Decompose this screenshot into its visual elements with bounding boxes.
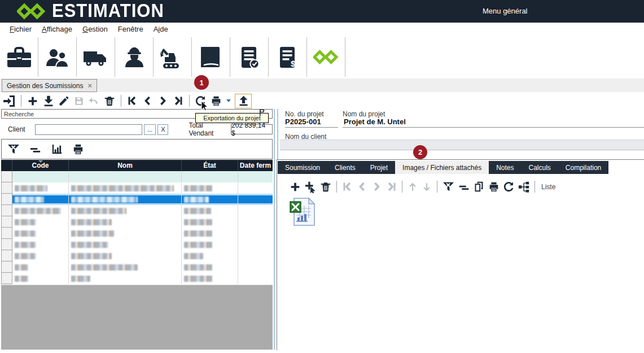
- cell-redacted: [238, 228, 273, 239]
- last-icon[interactable]: [385, 181, 397, 193]
- row-selector[interactable]: [1, 171, 12, 182]
- table-row[interactable]: [1, 262, 273, 273]
- delete-icon[interactable]: [103, 95, 116, 107]
- tab-label: Gestion des Soumissions: [7, 82, 83, 90]
- row-selector[interactable]: [1, 228, 12, 239]
- catalog-button[interactable]: [192, 37, 230, 77]
- menu-gestion[interactable]: Gestion: [77, 24, 113, 34]
- row-selector[interactable]: [1, 216, 12, 228]
- move-up-icon[interactable]: [407, 181, 418, 193]
- document-dollar-button[interactable]: $: [269, 37, 307, 77]
- menu-general-label[interactable]: Menu général: [483, 7, 528, 15]
- worker-button[interactable]: [115, 37, 154, 77]
- cell-redacted: [182, 228, 238, 239]
- toolbox-button[interactable]: [0, 37, 38, 77]
- save-icon[interactable]: [73, 95, 85, 107]
- cell-redacted: [12, 250, 69, 262]
- table-row[interactable]: [1, 182, 273, 194]
- print-icon[interactable]: [210, 95, 222, 107]
- previous-record-icon[interactable]: [142, 95, 154, 107]
- delete-icon[interactable]: [319, 181, 332, 193]
- table-row-selected[interactable]: [1, 194, 273, 205]
- row-selector[interactable]: [1, 250, 12, 262]
- import-icon[interactable]: [42, 95, 55, 107]
- menu-affichage[interactable]: Affichage: [37, 24, 77, 34]
- table-row[interactable]: [1, 205, 273, 216]
- table-row[interactable]: [1, 239, 273, 250]
- header-nom[interactable]: Nom: [69, 160, 182, 171]
- table-row[interactable]: [1, 250, 273, 262]
- detail-tab-clients[interactable]: Clients: [327, 161, 363, 174]
- menu-aide[interactable]: Aide: [148, 24, 173, 34]
- app-title: ESTIMATION: [52, 1, 164, 22]
- tab-gestion-des-soumissions[interactable]: Gestion des Soumissions ×: [2, 79, 97, 92]
- estimation-module-button[interactable]: [307, 37, 345, 77]
- row-selector[interactable]: [1, 273, 12, 284]
- add-icon[interactable]: [27, 95, 39, 107]
- excel-file-icon[interactable]: [290, 197, 316, 229]
- move-down-icon[interactable]: [421, 181, 432, 193]
- menu-fichier[interactable]: Fichier: [5, 24, 37, 34]
- previous-icon[interactable]: [356, 181, 368, 193]
- add-icon[interactable]: [289, 181, 301, 193]
- first-icon[interactable]: [341, 181, 353, 193]
- header-etat[interactable]: État: [182, 160, 238, 171]
- cell-redacted: [238, 250, 273, 262]
- next-record-icon[interactable]: [157, 95, 169, 107]
- client-input[interactable]: [35, 124, 142, 135]
- close-tab-icon[interactable]: ×: [87, 81, 92, 90]
- row-selector[interactable]: [1, 262, 12, 273]
- client-name-value[interactable]: [280, 140, 644, 150]
- client-filter-row: Client ... X Total Vendant 202 839,14 $: [0, 123, 273, 136]
- add-file-icon[interactable]: [304, 181, 317, 193]
- project-no-value[interactable]: P2025-001: [285, 117, 338, 128]
- pin-icon[interactable]: [258, 108, 265, 119]
- export-project-button[interactable]: [235, 94, 252, 108]
- client-clear-button[interactable]: X: [157, 124, 168, 135]
- print-icon[interactable]: [488, 181, 500, 193]
- next-icon[interactable]: [371, 181, 383, 193]
- detail-tab-notes[interactable]: Notes: [489, 161, 521, 174]
- table-row[interactable]: [1, 171, 273, 182]
- refresh-icon[interactable]: [503, 181, 515, 193]
- excavator-button[interactable]: [154, 37, 192, 77]
- print-list-icon[interactable]: [72, 143, 85, 156]
- detail-tab-compilation[interactable]: Compilation: [558, 161, 608, 174]
- sort-icon[interactable]: [29, 143, 42, 156]
- detail-tabbar: SoumissionClientsProjetImages / Fichiers…: [278, 161, 608, 174]
- header-date[interactable]: Date ferm: [238, 160, 273, 171]
- document-check-button[interactable]: [230, 37, 269, 77]
- copy-icon[interactable]: [473, 181, 485, 193]
- header-code[interactable]: Code: [12, 160, 69, 171]
- row-selector[interactable]: [1, 205, 12, 216]
- clients-button[interactable]: [38, 37, 77, 77]
- detail-tab-calculs[interactable]: Calculs: [522, 161, 558, 174]
- last-record-icon[interactable]: [172, 95, 184, 107]
- cell-redacted: [182, 216, 238, 228]
- exit-door-icon[interactable]: [2, 94, 16, 108]
- undo-icon[interactable]: [88, 95, 100, 107]
- filter-clear-icon[interactable]: [7, 142, 20, 156]
- truck-button[interactable]: [77, 37, 115, 77]
- table-row[interactable]: [1, 273, 273, 284]
- print-options-caret-icon[interactable]: [226, 99, 231, 102]
- chart-icon[interactable]: [50, 143, 63, 156]
- detail-tab-projet[interactable]: Projet: [363, 161, 395, 174]
- row-selector[interactable]: [1, 182, 12, 194]
- main-toolbar: $: [0, 36, 644, 79]
- detail-tab-soumission[interactable]: Soumission: [278, 161, 327, 174]
- first-record-icon[interactable]: [126, 95, 138, 107]
- table-row[interactable]: [1, 216, 273, 228]
- edit-icon[interactable]: [58, 95, 70, 107]
- project-name-value[interactable]: Projet de M. Untel: [343, 117, 644, 128]
- menu-fentre[interactable]: Fenêtre: [113, 24, 148, 34]
- detail-tab-images-fichiers-attach-s[interactable]: Images / Fichiers attachés: [395, 161, 489, 174]
- tree-view-icon[interactable]: [518, 181, 530, 193]
- sort-icon[interactable]: [458, 181, 470, 193]
- row-selector[interactable]: [1, 194, 12, 205]
- client-browse-button[interactable]: ...: [144, 124, 156, 135]
- filter-clear-icon[interactable]: [442, 180, 455, 193]
- view-mode-label[interactable]: Liste: [541, 183, 555, 191]
- row-selector[interactable]: [1, 239, 12, 250]
- table-row[interactable]: [1, 228, 273, 239]
